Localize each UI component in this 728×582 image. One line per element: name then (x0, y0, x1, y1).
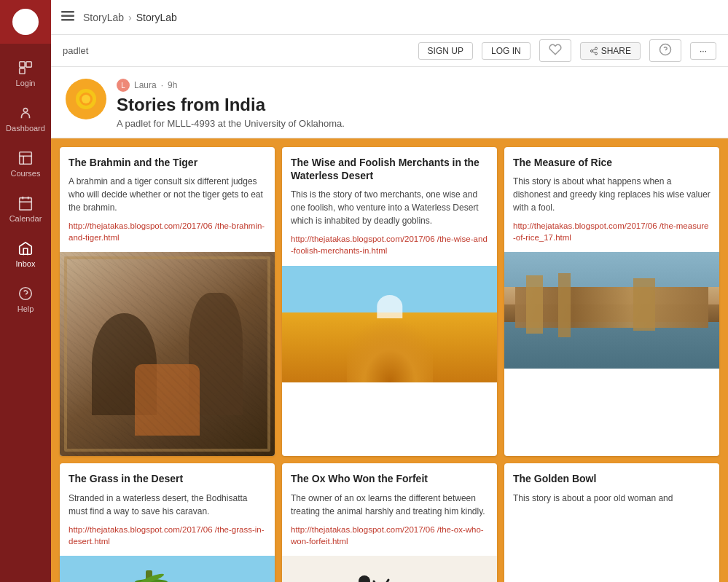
card-golden-bowl: The Golden Bowl This story is about a po… (504, 463, 719, 582)
more-options-button[interactable]: ··· (690, 42, 716, 60)
sidebar-item-calendar[interactable]: Calendar (0, 186, 51, 232)
sidebar-item-courses[interactable]: Courses (0, 141, 51, 186)
card-grass-desert-content: The Grass in the Desert Stranded in a wa… (60, 463, 275, 555)
svg-point-19 (26, 296, 26, 297)
svg-point-4 (23, 28, 28, 32)
top-nav-bar: StoryLab › StoryLab (51, 0, 728, 35)
svg-rect-21 (61, 15, 74, 17)
padlet-topbar: padlet SIGN UP LOG IN SHARE ··· (51, 35, 728, 67)
sidebar-item-help[interactable]: Help (0, 277, 51, 322)
svg-point-10 (23, 109, 28, 113)
wise-foolish-image (282, 266, 497, 382)
card-grass-desert-title: The Grass in the Desert (69, 472, 266, 485)
svg-point-1 (23, 13, 28, 17)
card-grass-desert-link[interactable]: http://thejatakas.blogspot.com/2017/06 /… (69, 524, 266, 547)
breadcrumb-item-2: StoryLab (136, 12, 177, 23)
heart-button[interactable] (539, 39, 571, 62)
card-ox-forfeit-content: The Ox Who Won the Forfeit The owner of … (282, 463, 497, 555)
sidebar-login-label: Login (16, 79, 36, 87)
signup-button[interactable]: SIGN UP (418, 42, 473, 60)
hamburger-icon[interactable] (61, 9, 74, 25)
svg-point-24 (590, 50, 592, 52)
meta-dot: · (161, 80, 163, 90)
padlet-title-info: L Laura · 9h Stories from India A padlet… (117, 79, 713, 129)
padlet-meta: L Laura · 9h (117, 79, 713, 92)
svg-point-25 (595, 52, 597, 55)
padlet-logo (66, 79, 106, 119)
login-button[interactable]: LOG IN (482, 42, 531, 60)
sidebar-navigation: Login Dashboard Courses Calendar Inbox H… (0, 51, 51, 322)
time-ago: 9h (168, 80, 177, 90)
card-ox-forfeit-title: The Ox Who Won the Forfeit (291, 472, 488, 485)
svg-point-6 (17, 17, 22, 21)
card-wise-foolish-desc: This is the story of two merchants, one … (291, 188, 488, 227)
svg-rect-8 (26, 62, 31, 67)
measure-rice-image (504, 252, 719, 369)
card-grass-desert: The Grass in the Desert Stranded in a wa… (60, 463, 275, 582)
main-area: StoryLab › StoryLab padlet SIGN UP LOG I… (51, 0, 728, 582)
breadcrumb: StoryLab › StoryLab (83, 12, 177, 23)
card-wise-foolish-content: The Wise and Foolish Merchants in the Wa… (282, 147, 497, 266)
card-golden-bowl-content: The Golden Bowl This story is about a po… (504, 463, 719, 519)
sidebar-help-label: Help (17, 304, 34, 313)
grass-desert-image (60, 556, 275, 582)
svg-point-32 (82, 95, 90, 103)
author-avatar: L (117, 79, 130, 92)
svg-rect-14 (20, 198, 32, 211)
brahmin-tiger-image (60, 252, 275, 456)
sidebar-calendar-label: Calendar (9, 214, 42, 223)
card-wise-foolish-link[interactable]: http://thejatakas.blogspot.com/2017/06 /… (291, 233, 488, 256)
svg-rect-11 (20, 152, 32, 165)
svg-line-26 (592, 51, 595, 52)
card-ox-forfeit-desc: The owner of an ox learns the different … (291, 492, 488, 518)
cards-grid: The Brahmin and the Tiger A brahmin and … (60, 147, 719, 582)
padlet-brand: padlet (63, 45, 88, 56)
sidebar-courses-label: Courses (11, 169, 41, 178)
svg-point-23 (595, 47, 597, 50)
card-measure-rice-desc: This story is about what happens when a … (513, 175, 711, 214)
svg-rect-20 (61, 11, 74, 13)
svg-rect-7 (20, 62, 25, 67)
svg-line-27 (592, 49, 595, 50)
card-brahmin-tiger-title: The Brahmin and the Tiger (69, 156, 266, 169)
card-brahmin-tiger-content: The Brahmin and the Tiger A brahmin and … (60, 147, 275, 252)
svg-point-5 (17, 24, 22, 28)
padlet-subtitle: A padlet for MLLL-4993 at the University… (117, 118, 713, 129)
author-name: Laura (134, 80, 157, 90)
help-icon-button[interactable] (649, 39, 681, 62)
breadcrumb-separator: › (128, 12, 132, 23)
cards-area: The Brahmin and the Tiger A brahmin and … (51, 138, 728, 582)
card-measure-rice-title: The Measure of Rice (513, 156, 711, 169)
card-ox-forfeit: The Ox Who Won the Forfeit The owner of … (282, 463, 497, 582)
padlet-title: Stories from India (117, 95, 713, 115)
sidebar-dashboard-label: Dashboard (6, 124, 45, 133)
svg-point-29 (665, 52, 666, 52)
svg-point-2 (29, 17, 34, 21)
svg-point-18 (20, 288, 32, 300)
svg-point-41 (359, 575, 370, 582)
card-measure-rice-content: The Measure of Rice This story is about … (504, 147, 719, 252)
breadcrumb-item-1[interactable]: StoryLab (83, 12, 124, 23)
padlet-actions: SIGN UP LOG IN SHARE ··· (418, 39, 716, 62)
padlet-header: L Laura · 9h Stories from India A padlet… (51, 67, 728, 138)
card-grass-desert-desc: Stranded in a waterless desert, the Bodh… (69, 492, 266, 518)
sidebar-item-dashboard[interactable]: Dashboard (0, 96, 51, 141)
card-brahmin-tiger-link[interactable]: http://thejatakas.blogspot.com/2017/06 /… (69, 220, 266, 243)
content-area: padlet SIGN UP LOG IN SHARE ··· (51, 35, 728, 582)
svg-rect-9 (20, 68, 25, 74)
card-ox-forfeit-link[interactable]: http://thejatakas.blogspot.com/2017/06 /… (291, 524, 488, 547)
share-label: SHARE (601, 46, 631, 56)
card-golden-bowl-desc: This story is about a poor old woman and (513, 492, 711, 505)
card-brahmin-tiger-desc: A brahmin and a tiger consult six differ… (69, 175, 266, 214)
app-logo[interactable] (0, 0, 51, 44)
sidebar-inbox-label: Inbox (16, 259, 36, 268)
svg-point-3 (29, 24, 34, 28)
card-measure-rice-link[interactable]: http://thejatakas.blogspot.com/2017/06 /… (513, 220, 711, 243)
ox-forfeit-image (282, 556, 497, 582)
share-button[interactable]: SHARE (580, 42, 641, 60)
card-brahmin-tiger: The Brahmin and the Tiger A brahmin and … (60, 147, 275, 456)
sidebar-item-login[interactable]: Login (0, 51, 51, 96)
card-measure-rice: The Measure of Rice This story is about … (504, 147, 719, 456)
sidebar-item-inbox[interactable]: Inbox (0, 232, 51, 277)
sidebar: Login Dashboard Courses Calendar Inbox H… (0, 0, 51, 582)
